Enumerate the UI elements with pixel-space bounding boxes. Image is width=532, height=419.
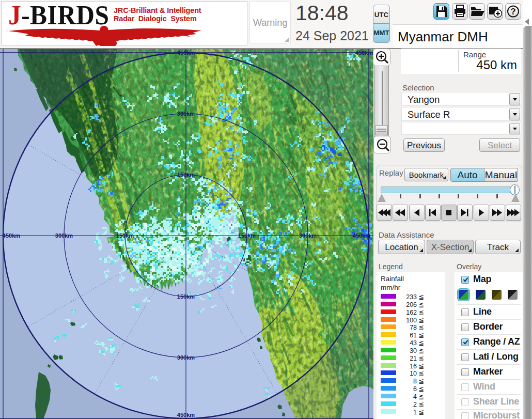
svg-text:?: ? [510, 7, 515, 17]
svg-text:300km: 300km [55, 232, 73, 239]
svg-text:450km: 450km [355, 50, 373, 56]
svg-text:150km: 150km [116, 232, 134, 239]
svg-text:150km: 150km [177, 293, 195, 300]
svg-text:450km: 450km [353, 232, 370, 239]
svg-text:450km: 450km [177, 412, 195, 418]
svg-text:150km: 150km [238, 232, 256, 239]
svg-text:150km: 150km [177, 172, 195, 178]
svg-text:450km: 450km [177, 50, 195, 56]
svg-text:300km: 300km [177, 354, 195, 361]
svg-text:450km: 450km [3, 232, 20, 239]
svg-text:300km: 300km [177, 111, 195, 117]
svg-text:300km: 300km [299, 232, 317, 239]
